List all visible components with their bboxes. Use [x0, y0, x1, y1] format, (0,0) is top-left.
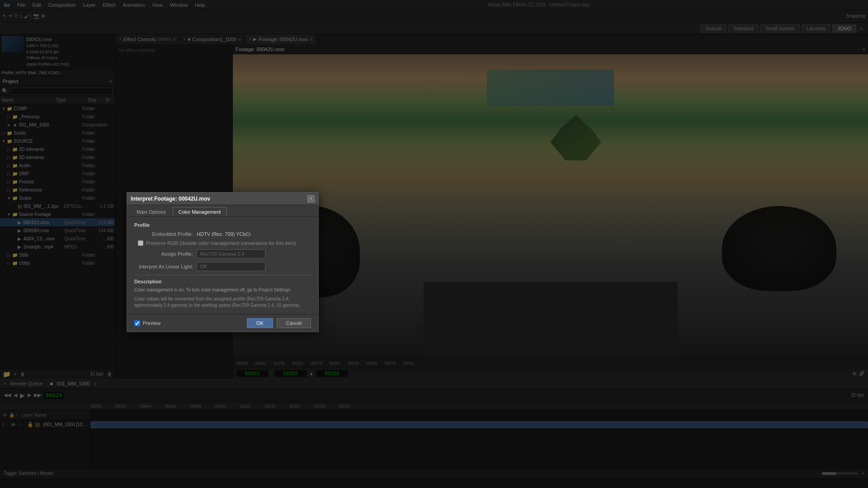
assign-profile-label: Assign Profile:: [134, 251, 193, 257]
embedded-profile-value: HDTV (Rec. 709) YCbCr: [197, 231, 251, 237]
description-text-1: Color management is on. To turn color ma…: [134, 287, 311, 293]
embedded-profile-row: Embedded Profile: HDTV (Rec. 709) YCbCr: [134, 231, 311, 237]
dialog-body: Profile Embedded Profile: HDTV (Rec. 709…: [127, 217, 318, 314]
preserve-rgb-checkbox[interactable]: [138, 240, 143, 246]
preserve-rgb-row: Preserve RGB (disable color management c…: [134, 240, 311, 246]
modal-overlay: Interpret Footage: 00042U.mov × Main Opt…: [0, 0, 868, 488]
dialog-title: Interpret Footage: 00042U.mov: [131, 196, 210, 202]
preserve-rgb-label: Preserve RGB (disable color management c…: [146, 240, 296, 246]
divider-1: [134, 275, 311, 275]
preview-label: Preview: [143, 320, 160, 326]
interpret-footage-dialog: Interpret Footage: 00042U.mov × Main Opt…: [127, 192, 319, 332]
description-label: Description: [134, 279, 311, 284]
profile-section-label: Profile: [134, 222, 311, 228]
dialog-close-button[interactable]: ×: [307, 195, 315, 202]
embedded-profile-label: Embedded Profile:: [134, 231, 193, 237]
cancel-button[interactable]: Cancel: [277, 318, 311, 328]
tab-color-management[interactable]: Color Management: [173, 207, 227, 216]
dialog-footer-left: Preview: [134, 320, 243, 326]
preview-checkbox[interactable]: [134, 320, 140, 326]
tab-main-options[interactable]: Main Options: [131, 207, 172, 216]
dialog-tabs: Main Options Color Management: [127, 205, 318, 217]
dialog-footer: Preview OK Cancel: [127, 314, 318, 332]
dialog-titlebar: Interpret Footage: 00042U.mov ×: [127, 192, 318, 205]
interpret-linear-label: Interpret As Linear Light:: [134, 264, 193, 269]
interpret-linear-input[interactable]: [197, 262, 265, 271]
interpret-linear-row: Interpret As Linear Light:: [134, 262, 311, 271]
description-section: Description Color management is on. To t…: [134, 279, 311, 309]
assign-profile-row: Assign Profile:: [134, 249, 311, 258]
ok-button[interactable]: OK: [247, 318, 273, 328]
description-text-2: Color values will be converted from the …: [134, 296, 311, 309]
assign-profile-input[interactable]: [197, 249, 265, 258]
